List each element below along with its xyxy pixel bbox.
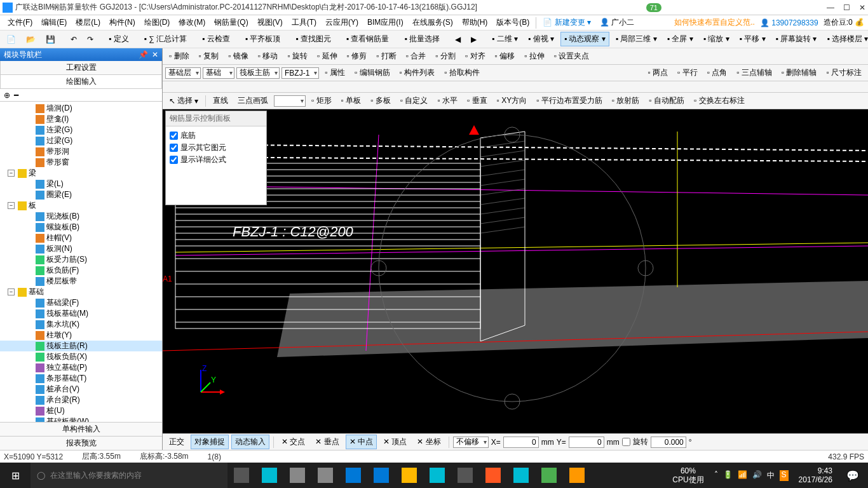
menu-item[interactable]: 编辑(E) xyxy=(37,16,71,29)
rotate-input[interactable] xyxy=(651,437,686,448)
taskbar-app[interactable] xyxy=(507,463,535,488)
menu-item[interactable]: 云应用(Y) xyxy=(322,16,362,29)
taskbar-app[interactable] xyxy=(255,463,283,488)
line-button[interactable]: 直线 xyxy=(209,93,232,108)
aux-button[interactable]: ▫ 两点 xyxy=(644,65,672,80)
menu-item[interactable]: 构件(N) xyxy=(105,16,139,29)
edit-button[interactable]: ▫ 移动 xyxy=(254,49,282,64)
menu-item[interactable]: 文件(F) xyxy=(4,16,36,29)
display-option[interactable]: 显示详细公式 xyxy=(170,154,262,165)
tree-item[interactable]: 桩(U) xyxy=(0,405,162,416)
cpu-meter[interactable]: 60%CPU使用 xyxy=(667,466,709,485)
menu-item[interactable]: 帮助(H) xyxy=(458,16,492,29)
tree-item[interactable]: 楼层板带 xyxy=(0,276,162,287)
edit-button[interactable]: ▫ 打断 xyxy=(372,49,400,64)
type-dropdown[interactable]: 基础 xyxy=(203,67,234,79)
tree-item[interactable]: 桩承台(V) xyxy=(0,384,162,395)
tree-item[interactable]: 螺旋板(B) xyxy=(0,222,162,233)
tip-link[interactable]: 如何快速布置自定义范.. xyxy=(674,17,755,28)
edit-button[interactable]: ▫ 偏移 xyxy=(491,49,519,64)
edit-button[interactable]: ▫ 延伸 xyxy=(313,49,341,64)
redo-icon[interactable]: ↷ xyxy=(83,33,97,46)
toolbar-button[interactable]: ▪ 平齐板顶 xyxy=(241,32,285,46)
save-icon[interactable]: 💾 xyxy=(42,33,59,46)
ortho-button[interactable]: 正交 xyxy=(165,435,188,449)
taskbar-app[interactable] xyxy=(395,463,423,488)
phone-label[interactable]: 👤 13907298339 xyxy=(760,18,818,27)
menu-item[interactable]: 绘图(D) xyxy=(140,16,174,29)
tab-report-preview[interactable]: 报表预览 xyxy=(0,436,162,450)
tree-item[interactable]: 条形基础(T) xyxy=(0,373,162,384)
draw-button[interactable]: ▫ 交换左右标注 xyxy=(690,93,749,108)
draw-button[interactable]: ▫ 多板 xyxy=(367,93,395,108)
draw-button[interactable]: ▫ 垂直 xyxy=(463,93,491,108)
taskbar-app[interactable] xyxy=(283,463,311,488)
wifi-icon[interactable]: 📶 xyxy=(738,470,747,481)
tray-up-icon[interactable]: ˄ xyxy=(714,470,718,481)
undo-icon[interactable]: ↶ xyxy=(67,33,81,46)
view-button[interactable]: ▪ 选择楼层 ▾ xyxy=(823,32,868,46)
tree-item[interactable]: 板洞(N) xyxy=(0,243,162,254)
subtype-dropdown[interactable]: 筏板主筋 xyxy=(236,67,280,79)
open-icon[interactable]: 📂 xyxy=(22,33,39,46)
draw-button[interactable]: ▫ 自定义 xyxy=(397,93,432,108)
edit-button[interactable]: ▫ 镜像 xyxy=(224,49,252,64)
user-button[interactable]: 👤 广小二 xyxy=(596,16,638,29)
edit-button[interactable]: ▫ 设置夹点 xyxy=(550,49,593,64)
taskbar-app[interactable] xyxy=(535,463,563,488)
view-button[interactable]: ▪ 俯视 ▾ xyxy=(524,32,558,46)
tree-item[interactable]: 壁龛(I) xyxy=(0,114,162,125)
tab-draw-input[interactable]: 绘图输入 xyxy=(0,75,162,89)
view-button[interactable]: ▪ 平移 ▾ xyxy=(736,32,770,46)
snap-point[interactable]: ✕ 交点 xyxy=(278,435,309,449)
tree-item[interactable]: 墙洞(D) xyxy=(0,103,162,114)
collapse-icon[interactable]: ━ xyxy=(14,91,18,100)
menu-item[interactable]: 楼层(L) xyxy=(72,16,104,29)
tab-project-settings[interactable]: 工程设置 xyxy=(0,61,162,75)
toolbar-button[interactable]: ▪ 批量选择 xyxy=(400,32,444,46)
tree-item[interactable]: 带形洞 xyxy=(0,146,162,157)
draw-button[interactable]: ▫ 单板 xyxy=(337,93,365,108)
tree-item[interactable]: 基础梁(F) xyxy=(0,297,162,308)
battery-icon[interactable]: 🔋 xyxy=(723,470,733,481)
tree-item[interactable]: 现浇板(B) xyxy=(0,211,162,222)
draw-button[interactable]: ▫ 放射筋 xyxy=(608,93,644,108)
minimize-button[interactable]: — xyxy=(827,3,834,12)
tree-item[interactable]: 连梁(G) xyxy=(0,125,162,135)
snap-point[interactable]: ✕ 垂点 xyxy=(311,435,342,449)
aux-button[interactable]: ▫ 尺寸标注 xyxy=(822,65,865,80)
menu-item[interactable]: 工具(T) xyxy=(288,16,320,29)
taskbar-app[interactable] xyxy=(451,463,479,488)
notification-badge[interactable]: 71 xyxy=(646,3,661,12)
maximize-button[interactable]: ☐ xyxy=(843,3,850,12)
taskbar-app[interactable] xyxy=(479,463,507,488)
sel-button[interactable]: ▫ 构件列表 xyxy=(396,65,439,80)
view-button[interactable]: ▪ 二维 ▾ xyxy=(488,32,522,46)
display-option[interactable]: 显示其它图元 xyxy=(170,142,262,153)
toolbar-button[interactable]: ▪ 查找图元 xyxy=(292,32,335,46)
y-input[interactable] xyxy=(569,437,604,448)
snap-point[interactable]: ✕ 顶点 xyxy=(379,435,410,449)
tree-item[interactable]: 集水坑(K) xyxy=(0,319,162,330)
taskbar-app[interactable] xyxy=(339,463,367,488)
tree-item[interactable]: 筏板主筋(R) xyxy=(0,341,162,351)
sel-button[interactable]: ▫ 编辑钢筋 xyxy=(351,65,394,80)
tab-single-input[interactable]: 单构件输入 xyxy=(0,422,162,436)
menu-item[interactable]: 修改(M) xyxy=(175,16,209,29)
arc-button[interactable]: 三点画弧 xyxy=(234,93,272,108)
toolbar-button[interactable]: ▪ 定义 xyxy=(105,32,133,46)
edit-button[interactable]: ▫ 复制 xyxy=(195,49,223,64)
search-box[interactable]: ◯ 在这里输入你要搜索的内容 xyxy=(31,463,227,488)
expand-icon[interactable]: ⊕ xyxy=(4,91,10,100)
edit-button[interactable]: ▫ 旋转 xyxy=(283,49,311,64)
menu-item[interactable]: 在线服务(S) xyxy=(409,16,457,29)
tree-item[interactable]: 板负筋(F) xyxy=(0,265,162,276)
view-button[interactable]: ▪ 全屏 ▾ xyxy=(663,32,697,46)
coin-label[interactable]: 造价豆:0 💰 xyxy=(824,17,864,28)
taskbar-app[interactable] xyxy=(227,463,255,488)
new-icon[interactable]: 📄 xyxy=(3,33,20,46)
tree-item[interactable]: 柱墩(Y) xyxy=(0,330,162,341)
new-change-button[interactable]: 📄 新建变更 ▾ xyxy=(539,16,595,29)
view-button[interactable]: ▪ 缩放 ▾ xyxy=(700,32,733,46)
pin-icon[interactable]: 📌 xyxy=(139,50,148,59)
